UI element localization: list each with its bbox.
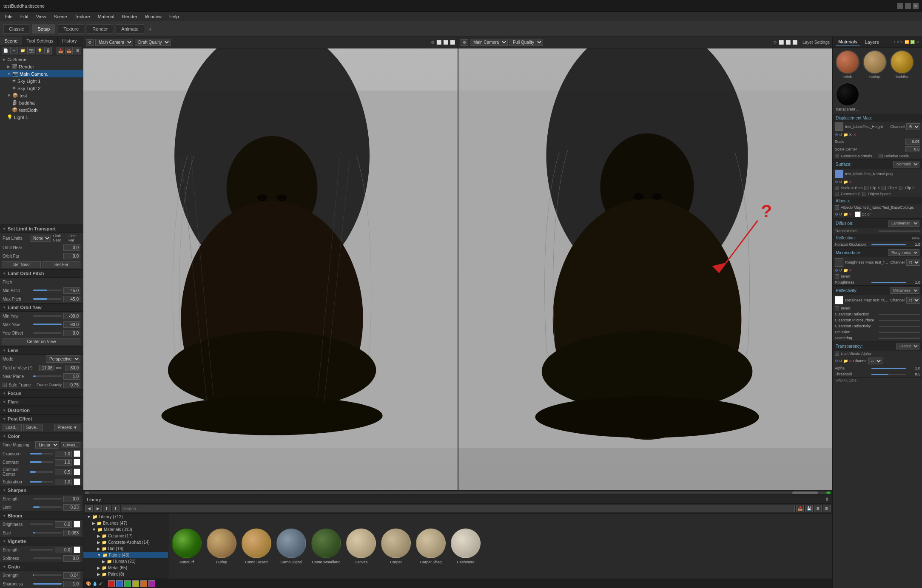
tab-render[interactable]: Render bbox=[87, 24, 113, 34]
albedo-edit-icon[interactable]: ↺ bbox=[839, 212, 842, 216]
tree-scene[interactable]: ▼ 🗂 Scene bbox=[0, 56, 83, 63]
contrast-center-input[interactable] bbox=[55, 469, 72, 475]
lib-btn-grid[interactable]: ⊞ bbox=[823, 505, 831, 512]
displacement-scale-center-input[interactable] bbox=[905, 146, 920, 152]
lib-item-cashmere[interactable]: Cashmere bbox=[451, 528, 481, 564]
tree-buddha[interactable]: 🗿 buddha bbox=[0, 99, 83, 106]
left-vp-settings-button[interactable]: ⚙ bbox=[86, 39, 94, 46]
transparency-settings-icon[interactable]: ⚙ bbox=[835, 359, 838, 363]
roughness-edit-icon[interactable]: ↺ bbox=[839, 268, 842, 273]
scroll-left-btn[interactable] bbox=[85, 491, 89, 494]
section-vignette[interactable]: Vignette bbox=[0, 537, 83, 545]
lib-btn-save[interactable]: 💾 bbox=[805, 505, 813, 512]
presets-button[interactable]: Presets ▼ bbox=[54, 424, 80, 431]
displacement-clear-icon[interactable]: ✕ bbox=[849, 133, 852, 137]
tree-sky-light-1[interactable]: ☀ Sky Light 1 bbox=[0, 77, 83, 85]
flip-x-checkbox[interactable] bbox=[864, 186, 868, 190]
lib-tree-metal[interactable]: ▶ 📁 Metal (65) bbox=[83, 565, 168, 571]
vignette-strength-input[interactable] bbox=[55, 547, 72, 553]
reflection-header[interactable]: Reflection: 60% bbox=[833, 234, 922, 241]
library-search-input[interactable] bbox=[121, 505, 795, 512]
roughness-settings-icon[interactable]: ⚙ bbox=[835, 268, 838, 273]
left-vp-icon4[interactable]: ⬜ bbox=[450, 40, 455, 45]
vignette-strength-swatch[interactable] bbox=[74, 546, 80, 553]
lib-item-camo-woodland[interactable]: Camo Woodland bbox=[311, 528, 341, 564]
mat-cell-buddha[interactable]: buddha bbox=[889, 49, 915, 80]
pan-limits-select[interactable]: None bbox=[30, 235, 51, 242]
displacement-settings-icon[interactable]: ⚙ bbox=[835, 133, 838, 137]
menu-edit[interactable]: Edit bbox=[17, 13, 32, 20]
lib-item-camo-desert[interactable]: Camo Desert bbox=[242, 528, 271, 564]
color-purple[interactable] bbox=[148, 580, 155, 587]
roughness-delete-icon[interactable]: ✕ bbox=[849, 268, 852, 273]
tab-materials[interactable]: Materials bbox=[836, 38, 860, 45]
grain-strength-input[interactable] bbox=[63, 572, 80, 579]
mode-select[interactable]: Perspective bbox=[46, 355, 80, 363]
displacement-delete-icon[interactable]: ✕ bbox=[853, 133, 857, 137]
use-albedo-alpha-checkbox[interactable] bbox=[835, 352, 839, 356]
tree-test[interactable]: ▼ 📦 test bbox=[0, 92, 83, 99]
displacement-folder-icon[interactable]: 📁 bbox=[843, 133, 848, 137]
new-scene-button[interactable]: 📄 bbox=[2, 47, 9, 54]
albedo-enabled-checkbox[interactable] bbox=[835, 205, 839, 210]
section-post-effect[interactable]: Post Effect bbox=[0, 415, 83, 423]
fov-deg-input[interactable] bbox=[39, 365, 54, 371]
diffusion-mode-select[interactable]: Lambertian bbox=[888, 220, 919, 227]
tab-texture[interactable]: Texture bbox=[58, 24, 84, 34]
saturation-color-swatch[interactable] bbox=[74, 478, 80, 485]
lib-item-carpet[interactable]: Carpet bbox=[381, 528, 411, 564]
right-viewport[interactable]: ? bbox=[458, 48, 833, 490]
mat-cell-burlap[interactable]: Burlap bbox=[862, 49, 888, 80]
contrast-input[interactable] bbox=[55, 459, 72, 466]
generate-z-checkbox[interactable] bbox=[835, 192, 839, 196]
lib-btn-up[interactable]: ⬆ bbox=[103, 505, 111, 512]
lib-btn-delete[interactable]: 🗑 bbox=[814, 505, 822, 512]
reflectivity-header[interactable]: Reflectivity: Metalness bbox=[833, 286, 922, 295]
exposure-input[interactable] bbox=[55, 451, 72, 457]
lib-tree-paint[interactable]: ▶ 📁 Paint (8) bbox=[83, 571, 168, 577]
lib-btn-refresh[interactable]: ⬇ bbox=[112, 505, 120, 512]
section-focus[interactable]: Focus bbox=[0, 389, 83, 398]
bloom-brightness-swatch[interactable] bbox=[74, 521, 80, 528]
microsurface-mode-select[interactable]: Roughness bbox=[888, 249, 919, 256]
color-green[interactable] bbox=[124, 580, 131, 587]
right-camera-select[interactable]: Main Camera bbox=[470, 39, 508, 46]
lib-tree-human[interactable]: ▶ 📁 Human (21) bbox=[83, 558, 168, 565]
set-far-button[interactable]: Set Far bbox=[43, 261, 81, 268]
save-button[interactable]: Save... bbox=[23, 424, 43, 431]
flip-z-checkbox[interactable] bbox=[899, 186, 903, 190]
saturation-input[interactable] bbox=[55, 479, 72, 485]
load-button[interactable]: Load... bbox=[3, 424, 22, 431]
section-sharpen[interactable]: Sharpen bbox=[0, 486, 83, 494]
add-tab-button[interactable]: + bbox=[148, 26, 152, 32]
camera-icon-button[interactable]: 📷 bbox=[27, 47, 35, 54]
section-bloom[interactable]: Bloom bbox=[0, 511, 83, 520]
tone-mapping-select[interactable]: Linear bbox=[35, 441, 59, 449]
contrast-center-color-swatch[interactable] bbox=[74, 469, 80, 475]
safe-frame-checkbox[interactable] bbox=[3, 383, 7, 387]
menu-render[interactable]: Render bbox=[119, 13, 141, 20]
albedo-settings-icon[interactable]: ⚙ bbox=[835, 212, 838, 216]
menu-view[interactable]: View bbox=[33, 13, 50, 20]
import-button[interactable]: 📥 bbox=[57, 47, 64, 54]
mat-cell-brick[interactable]: Brick bbox=[835, 49, 860, 80]
folder-button[interactable]: 📁 bbox=[19, 47, 26, 54]
tree-light-1[interactable]: 💡 Light 1 bbox=[0, 114, 83, 121]
curves-button[interactable]: Curves... bbox=[61, 442, 80, 448]
flip-y-checkbox[interactable] bbox=[882, 186, 886, 190]
lib-tree-library[interactable]: ▼ 📁 Library (712) bbox=[83, 514, 168, 520]
delete-button[interactable]: 🗑 bbox=[74, 47, 81, 54]
metalness-invert-checkbox[interactable] bbox=[835, 306, 839, 310]
transparency-header[interactable]: Transparency: Cutout bbox=[833, 341, 922, 351]
left-camera-select[interactable]: Main Camera bbox=[95, 39, 133, 46]
right-vp-icon1[interactable]: ⚙ bbox=[773, 40, 777, 45]
tree-main-camera[interactable]: ▼ 📷 Main Camera bbox=[0, 70, 83, 77]
lib-item-canvas[interactable]: Canvas bbox=[346, 528, 376, 564]
lib-tree-materials[interactable]: ▼ 📁 Materials (313) bbox=[83, 526, 168, 533]
tab-classic[interactable]: Classic bbox=[3, 24, 29, 34]
surface-delete-icon[interactable]: ✕ bbox=[849, 180, 852, 184]
displacement-channel-select[interactable]: R bbox=[906, 123, 920, 130]
lib-btn-import[interactable]: 📥 bbox=[796, 505, 804, 512]
surface-header[interactable]: Surface: Normals bbox=[833, 159, 922, 169]
min-yaw-input[interactable] bbox=[63, 313, 80, 319]
